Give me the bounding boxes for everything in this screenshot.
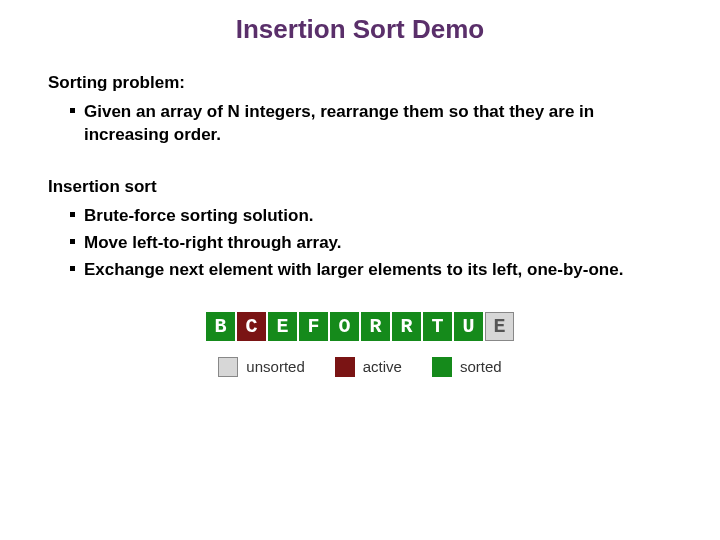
bullet-item: Brute-force sorting solution.: [70, 203, 672, 230]
legend-active: active: [335, 357, 402, 377]
array-cell: O: [330, 312, 359, 341]
section2-bullets: Brute-force sorting solution. Move left-…: [48, 203, 672, 284]
swatch-unsorted-icon: [218, 357, 238, 377]
slide-title: Insertion Sort Demo: [48, 14, 672, 45]
section1-bullets: Given an array of N integers, rearrange …: [48, 99, 672, 149]
swatch-sorted-icon: [432, 357, 452, 377]
legend-sorted-label: sorted: [460, 358, 502, 375]
array-cell: E: [485, 312, 514, 341]
array-demo: BCEFORRTUE unsorted active sorted: [48, 312, 672, 377]
bullet-item: Given an array of N integers, rearrange …: [70, 99, 672, 149]
array-cell: U: [454, 312, 483, 341]
array-cell: F: [299, 312, 328, 341]
array-cell: R: [361, 312, 390, 341]
legend-unsorted: unsorted: [218, 357, 304, 377]
legend: unsorted active sorted: [218, 357, 501, 377]
bullet-item: Exchange next element with larger elemen…: [70, 257, 672, 284]
legend-active-label: active: [363, 358, 402, 375]
array-cell: E: [268, 312, 297, 341]
section2-heading: Insertion sort: [48, 177, 672, 197]
section1-heading: Sorting problem:: [48, 73, 672, 93]
array-cells-row: BCEFORRTUE: [206, 312, 514, 341]
array-cell: R: [392, 312, 421, 341]
array-cell: T: [423, 312, 452, 341]
swatch-active-icon: [335, 357, 355, 377]
array-cell: C: [237, 312, 266, 341]
legend-sorted: sorted: [432, 357, 502, 377]
array-cell: B: [206, 312, 235, 341]
bullet-item: Move left-to-right through array.: [70, 230, 672, 257]
legend-unsorted-label: unsorted: [246, 358, 304, 375]
